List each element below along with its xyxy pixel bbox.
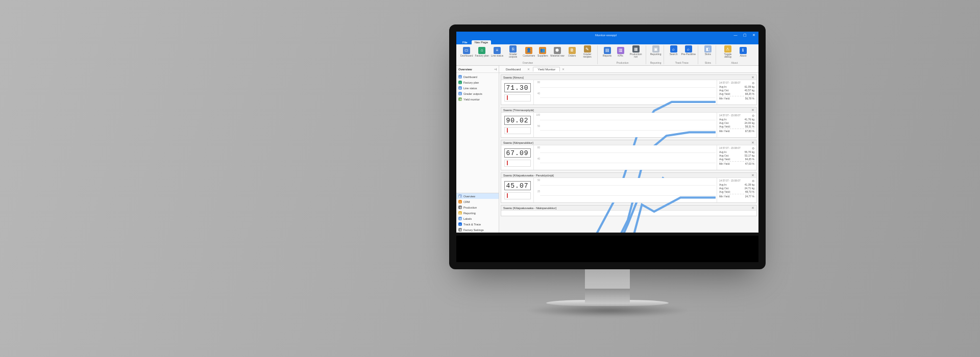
ribbon-button[interactable]: ✎Grader recipes [580, 45, 595, 58]
factory-plan-icon: ⌂ [478, 47, 485, 54]
stats-row: Min Yield:24,77 % [719, 195, 754, 198]
panel-header-controls: ✕ [751, 173, 754, 177]
sidebar-item[interactable]: ☺CRM [456, 199, 499, 205]
sidebar-item[interactable]: ◔Yield monitor [456, 96, 499, 102]
ribbon-button-label: Line status [491, 55, 503, 57]
axis-tick: 25 [535, 190, 540, 193]
lcd-readout: 90.02 [504, 116, 531, 125]
stats-time-range-row: 14:57:07 - 15:08:07⚙ [719, 114, 754, 117]
stats-row: Avg Yield:58,31 % [719, 125, 754, 129]
window-controls: — ▢ ✕ [733, 33, 756, 37]
stats-label: Avg In: [719, 85, 727, 89]
close-icon[interactable]: ✕ [751, 108, 754, 112]
ribbon-group-title: Track Trace [668, 61, 696, 64]
stats-value: 41,39 kg [745, 183, 754, 187]
window-maximize-button[interactable]: ▢ [742, 33, 747, 37]
yield-chart: 8040 [534, 145, 717, 170]
axis-tick: 40 [535, 158, 540, 160]
sidebar-item[interactable]: ⌂Factory plan [456, 80, 499, 85]
stats-row: Avg In:55,70 kg [719, 150, 754, 154]
close-icon[interactable]: ✕ [751, 75, 754, 80]
close-icon[interactable]: ✕ [562, 67, 565, 71]
panel-stats: 14:57:07 - 15:08:07⚙Avg In:61,09 kgAvg O… [717, 80, 756, 105]
sidebar-item[interactable]: ▭Dashboard [456, 74, 499, 80]
stats-time-range: 14:57:07 - 15:08:07 [719, 82, 741, 84]
ribbon-group-icons: ⚠Toggle debugℹAbout [720, 45, 749, 58]
stats-value: 58,31 % [745, 125, 754, 129]
close-icon[interactable]: ✕ [527, 67, 530, 71]
sidebar-item-label: Factory plan [463, 81, 479, 84]
ribbon-button[interactable]: ◧Skins [702, 45, 714, 56]
main-tab-yield-monitor[interactable]: Yield Monitor [533, 67, 560, 71]
gear-icon[interactable]: ⚙ [752, 179, 754, 183]
ribbon-button[interactable]: ⌕Pre-Packline [681, 45, 696, 56]
crm-icon: ☺ [458, 200, 462, 203]
ribbon-button-label: Grader recipes [580, 53, 595, 58]
window-close-button[interactable]: ✕ [751, 33, 756, 37]
sidebar-item[interactable]: ⌕Track & Trace [456, 221, 499, 227]
stats-divider [719, 194, 754, 194]
ribbon-group-icons: ⌕Search⌕Pre-Packline [668, 45, 696, 56]
sidebar-item-label: Dashboard [463, 75, 477, 79]
ribbon-button[interactable]: ⎘Grader outputs [505, 45, 521, 58]
close-icon[interactable]: ✕ [751, 141, 754, 145]
ribbon-button[interactable]: ▣Reporting [650, 45, 662, 56]
sidebar-item[interactable]: ⎘Grader outputs [456, 91, 499, 96]
sidebar-item[interactable]: ⚙Production [456, 205, 499, 210]
close-icon[interactable]: ✕ [751, 206, 754, 210]
ribbon-button[interactable]: ℹAbout [738, 45, 749, 58]
sidebar-item[interactable]: ⚙Factory Settings [456, 227, 499, 233]
stats-value: 61,09 kg [745, 85, 754, 89]
production-icon: ⚙ [458, 206, 462, 209]
panel-header-controls: ✕ [751, 75, 754, 80]
yield-panel: Saanto [Nimuro]✕71.30804014:57:07 - 15:0… [501, 74, 757, 105]
stats-divider [719, 96, 754, 96]
ribbon-group: ▤Reports▥KPIs▦Production runProduction [600, 45, 646, 64]
ribbon-button[interactable]: ⌂Factory plan [475, 45, 489, 58]
gear-icon[interactable]: ⚙ [752, 81, 754, 85]
ribbon-button[interactable]: ▥KPIs [615, 45, 626, 58]
gear-icon[interactable]: ⚙ [752, 114, 754, 117]
ribbon-button[interactable]: ⚠Toggle debug [720, 45, 736, 58]
mini-sparkline [504, 192, 531, 199]
stats-label: Avg Out: [719, 154, 729, 158]
panel-stats: 14:57:07 - 15:08:07⚙Avg In:55,70 kgAvg O… [717, 145, 756, 170]
sidebar-item[interactable]: ▤Reporting [456, 210, 499, 216]
production-run-icon: ▦ [632, 45, 640, 53]
stats-row: Min Yield:56,78 % [719, 97, 754, 100]
stats-time-range-row: 14:57:07 - 15:08:07⚙ [719, 146, 754, 150]
stats-row: Avg In:41,76 kg [719, 118, 754, 121]
main-tab-dashboard[interactable]: Dashboard [501, 67, 525, 71]
ribbon-button[interactable]: ▭Dashboard [460, 45, 473, 58]
stats-time-range: 14:57:07 - 15:08:07 [719, 180, 741, 182]
ribbon-button-label: Production run [628, 53, 644, 58]
window-minimize-button[interactable]: — [733, 33, 738, 37]
ribbon-button[interactable]: ⬢Material raw [550, 45, 564, 58]
close-icon[interactable]: ✕ [751, 173, 754, 177]
ribbon-button[interactable]: ⌕Search [668, 45, 679, 56]
reporting-icon: ▣ [652, 45, 659, 53]
ribbon-tab-file[interactable]: File [459, 40, 471, 44]
ribbon-button[interactable]: 👥Suppliers [537, 45, 548, 58]
ribbon-button[interactable]: 🗎Orders [567, 45, 578, 58]
stats-value: 53,17 kg [745, 154, 754, 158]
panel-title: Saanto [Trimmauspöytä] [503, 109, 534, 112]
ribbon-tab-navpage[interactable]: Nav Page [472, 40, 491, 44]
sidebar-item[interactable]: ≡Line status [456, 85, 499, 91]
stats-row: Avg Yield:48,73 % [719, 190, 754, 194]
stats-label: Avg Out: [719, 121, 729, 125]
sidebar-item[interactable]: ◧Overview [456, 193, 499, 199]
monitor-screen: Monitor-ssssppl — ▢ ✕ File Nav Page ▭Das… [456, 32, 758, 233]
ribbon-button-label: Skins [705, 53, 711, 56]
gear-icon[interactable]: ⚙ [752, 146, 754, 150]
sidebar-item[interactable]: ✉Labels [456, 216, 499, 221]
pin-icon[interactable]: ⊣ [494, 67, 497, 71]
ribbon-button[interactable]: ▦Production run [628, 45, 644, 58]
app-body: Overview ⊣ ▭Dashboard⌂Factory plan≡Line … [456, 66, 758, 233]
ribbon-button[interactable]: ≡Line status [491, 45, 503, 58]
lcd-readout: 71.30 [504, 83, 531, 92]
stats-value: 94,25 % [745, 158, 754, 161]
ribbon-button[interactable]: 👤Customers [523, 45, 535, 58]
ribbon-button[interactable]: ▤Reports [602, 45, 613, 58]
labels-icon: ✉ [458, 217, 462, 220]
